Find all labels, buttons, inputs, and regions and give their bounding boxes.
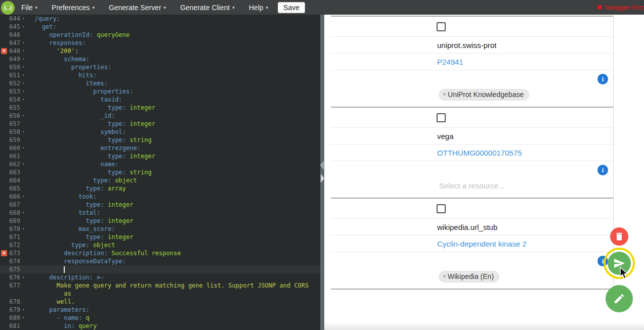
section-end-divider (331, 289, 613, 290)
fold-arrow-icon[interactable]: ▾ (22, 128, 25, 136)
fold-arrow-icon[interactable]: ▾ (22, 112, 25, 120)
fold-arrow-icon[interactable]: ▾ (22, 209, 25, 217)
code-line-661[interactable]: 661 type: integer (0, 152, 320, 160)
save-button[interactable]: Save (278, 2, 305, 13)
resource-section-2: vegaOTTHUMG00000170575iSelect a resource… (331, 107, 613, 198)
code-line-664[interactable]: 664 type: object (0, 176, 320, 184)
resource-chip[interactable]: ×Wikipedia (En) (439, 271, 499, 282)
code-line-674[interactable]: 674 responseDataType: (0, 257, 320, 265)
code-line-655[interactable]: 655 type: integer (0, 104, 320, 112)
pane-splitter[interactable] (320, 15, 324, 330)
code-line-646[interactable]: 646 operationId: queryGene (0, 31, 320, 39)
code-line-680[interactable]: 680▾ - name: q (0, 314, 320, 322)
resource-checkbox[interactable] (437, 22, 446, 31)
code-line-652[interactable]: 652▾ items: (0, 79, 320, 87)
code-text: type: string (27, 136, 152, 144)
fold-arrow-icon[interactable]: ▾ (22, 96, 25, 104)
resource-checkbox[interactable] (437, 204, 446, 213)
field-name: uniprot.swiss-prot (437, 41, 497, 50)
fold-arrow-icon[interactable]: ▾ (22, 71, 25, 79)
code-line-660[interactable]: 660▾ entrezgene: (0, 144, 320, 152)
menu-label: File (21, 4, 33, 12)
fold-arrow-icon[interactable]: ▾ (22, 79, 25, 87)
chip-remove-icon[interactable]: × (443, 91, 446, 98)
menu-generate-client[interactable]: Generate Client▾ (180, 4, 235, 12)
code-line-658[interactable]: 658▾ symbol: (0, 128, 320, 136)
menu-preferences[interactable]: Preferences▾ (52, 4, 95, 12)
fold-arrow-icon[interactable]: ▾ (22, 273, 25, 281)
code-line-672[interactable]: 672 type: object (0, 241, 320, 249)
code-line-668[interactable]: 668▾ total: (0, 209, 320, 217)
code-line-671[interactable]: 671 type: integer (0, 233, 320, 241)
field-value-link[interactable]: OTTHUMG00000170575 (437, 149, 522, 157)
code-line-679[interactable]: 679▾ parameters: (0, 306, 320, 314)
code-line-647[interactable]: 647▾ responses: (0, 39, 320, 47)
fold-arrow-icon[interactable]: ▾ (22, 47, 25, 55)
field-value-link[interactable]: Cyclin-dependent kinase 2 (437, 240, 527, 248)
fold-arrow-icon[interactable]: ▾ (22, 23, 25, 31)
fold-arrow-icon[interactable]: ▾ (22, 160, 25, 168)
code-line-663[interactable]: 663 type: string (0, 168, 320, 176)
info-icon[interactable]: i (597, 74, 608, 84)
code-text: type: object (27, 177, 137, 184)
field-name: wikipedia.url_stub (437, 223, 497, 231)
line-number: 645 (0, 23, 20, 31)
code-line-670[interactable]: 670▾ max_score: (0, 225, 320, 233)
fold-arrow-icon[interactable]: ▾ (22, 63, 25, 71)
code-line-677[interactable]: 677 Make gene query and return matching … (0, 281, 320, 298)
resource-chip[interactable]: ×UniProt Knowledgebase (439, 89, 529, 101)
fold-arrow-icon[interactable]: ▾ (22, 55, 25, 63)
line-number: 657 (0, 120, 20, 128)
pencil-icon (613, 293, 625, 305)
collapse-right-icon[interactable] (321, 174, 324, 183)
fold-arrow-icon[interactable]: ▾ (22, 15, 25, 23)
fold-arrow-icon[interactable]: ▾ (22, 87, 25, 96)
code-line-666[interactable]: 666▾ took: (0, 193, 320, 201)
code-line-657[interactable]: 657 type: integer (0, 120, 320, 128)
chip-label: Wikipedia (En) (448, 272, 494, 280)
resource-checkbox[interactable] (437, 113, 446, 122)
code-line-673[interactable]: ×673 description: Successful response (0, 249, 320, 257)
code-line-662[interactable]: 662▾ name: (0, 160, 320, 168)
fold-arrow-icon[interactable]: ▾ (22, 225, 25, 233)
field-value-link[interactable]: P24941 (437, 58, 463, 66)
code-line-651[interactable]: 651▾ hits: (0, 71, 320, 79)
code-line-676[interactable]: 676▾ description: >- (0, 273, 320, 281)
code-line-669[interactable]: 669 type: integer (0, 217, 320, 225)
chip-remove-icon[interactable]: × (443, 273, 446, 280)
code-line-667[interactable]: 667 type: integer (0, 201, 320, 209)
menu-file[interactable]: File▾ (21, 4, 37, 12)
code-line-650[interactable]: 650▾ properties: (0, 63, 320, 71)
yaml-code-editor[interactable]: 644▾ /query:645▾ get:646 operationId: qu… (0, 15, 320, 330)
fold-arrow-icon[interactable]: ▾ (22, 39, 25, 47)
fold-arrow-icon[interactable]: ▾ (22, 144, 25, 152)
info-icon[interactable]: i (597, 165, 608, 175)
fold-arrow-icon[interactable]: ▾ (22, 314, 25, 322)
code-line-653[interactable]: 653▾ properties: (0, 87, 320, 96)
menu-label: Preferences (52, 4, 90, 12)
code-line-654[interactable]: 654▾ taxid: (0, 96, 320, 104)
code-text: items: (27, 80, 108, 87)
code-line-649[interactable]: 649▾ schema: (0, 55, 320, 63)
code-line-648[interactable]: ×648▾ '200': (0, 47, 320, 55)
code-line-675[interactable]: 675 (0, 265, 320, 273)
code-text: entrezgene: (27, 145, 141, 152)
line-number: 680 (0, 314, 20, 322)
menu-generate-server[interactable]: Generate Server▾ (109, 4, 166, 12)
edit-button[interactable] (606, 285, 633, 312)
code-line-645[interactable]: 645▾ get: (0, 23, 320, 31)
code-line-665[interactable]: 665 type: array (0, 184, 320, 193)
menu-help[interactable]: Help▾ (249, 4, 268, 12)
code-line-644[interactable]: 644▾ /query: (0, 15, 320, 23)
fold-arrow-icon[interactable]: ▾ (22, 306, 25, 314)
code-line-678[interactable]: 678 well. (0, 298, 320, 306)
code-line-681[interactable]: 681 in: query (0, 322, 320, 330)
collapse-left-icon[interactable] (320, 161, 324, 170)
delete-button[interactable] (610, 227, 628, 246)
resource-select-input[interactable]: Select a resource... (439, 181, 504, 190)
code-line-659[interactable]: 659 type: string (0, 136, 320, 144)
error-indicator[interactable]: ✖Swagger Error (596, 4, 644, 11)
code-text: type: integer (27, 201, 134, 208)
fold-arrow-icon[interactable]: ▾ (22, 193, 25, 201)
code-line-656[interactable]: 656▾ _id: (0, 112, 320, 120)
